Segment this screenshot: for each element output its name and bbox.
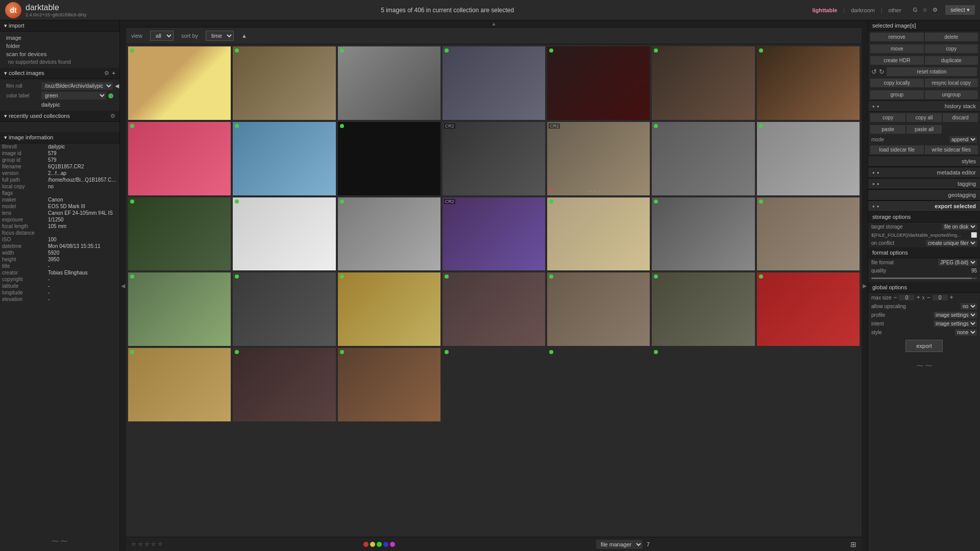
photo-cell[interactable] [338, 197, 440, 271]
color-label-blue[interactable] [383, 542, 388, 547]
film-roll-select[interactable]: /ouz/Bilder/Archiv/dailypic [41, 82, 113, 90]
delete-button[interactable]: delete [925, 33, 978, 41]
max-w-plus[interactable]: + [916, 294, 920, 301]
photo-cell[interactable] [547, 46, 650, 120]
sort-select[interactable]: time [206, 31, 234, 41]
photo-cell[interactable] [443, 348, 545, 421]
intent-select[interactable]: image settings [934, 320, 977, 327]
film-roll-nav-left[interactable]: ◀ [115, 83, 119, 89]
view-select[interactable]: all [150, 31, 174, 41]
photo-cell[interactable] [233, 46, 335, 120]
photo-cell[interactable] [128, 46, 231, 120]
max-height-input[interactable] [933, 295, 948, 300]
photo-cell[interactable] [443, 272, 545, 346]
metadata-header[interactable]: ● ● metadata editor [868, 167, 980, 178]
photo-cell[interactable] [233, 197, 335, 271]
file-folder-icon[interactable]: ⬜ [971, 232, 977, 238]
photo-cell[interactable] [128, 122, 231, 195]
global-options-header[interactable]: global options [868, 282, 980, 293]
collect-header[interactable]: ▾ collect images ⚙ + [0, 68, 119, 79]
write-sidecar-button[interactable]: write sidecar files [925, 145, 978, 154]
photo-cell[interactable] [233, 122, 335, 195]
reset-rotation-button[interactable]: reset rotation [887, 67, 977, 76]
view-mode-select[interactable]: file manager [596, 540, 643, 549]
recent-gear-icon[interactable]: ⚙ [110, 113, 115, 119]
photo-cell[interactable] [652, 272, 754, 346]
scan-devices[interactable]: scan for devices [4, 50, 115, 58]
upscaling-select[interactable]: no [961, 303, 977, 310]
max-h-plus[interactable]: + [950, 294, 953, 301]
photo-cell[interactable] [128, 348, 231, 421]
styles-header[interactable]: styles [868, 156, 980, 167]
gear-icon[interactable]: ⚙ [933, 7, 938, 13]
star-rating[interactable]: ☆ ☆ ☆ ☆ ☆ [131, 541, 163, 547]
file-format-select[interactable]: JPEG (8-bit) [938, 259, 977, 266]
photo-cell[interactable] [233, 272, 335, 346]
color-label-green[interactable] [377, 542, 382, 547]
rotate-left-icon[interactable]: ↺ [871, 68, 877, 76]
photo-cell[interactable] [757, 46, 860, 120]
photo-cell[interactable] [652, 122, 754, 195]
ungroup-button[interactable]: ungroup [925, 90, 978, 99]
color-label-red[interactable] [363, 542, 369, 547]
storage-options-header[interactable]: storage options [868, 212, 980, 222]
format-options-header[interactable]: format options [868, 247, 980, 258]
tab-lighttable[interactable]: lighttable [808, 6, 841, 15]
load-sidecar-button[interactable]: load sidecar file [870, 145, 924, 154]
on-conflict-select[interactable]: create unique filename [926, 240, 977, 246]
photo-cell[interactable]: CR2 [443, 197, 545, 271]
tab-other[interactable]: other [885, 6, 905, 15]
import-header[interactable]: ▾ import [0, 20, 119, 32]
remove-button[interactable]: remove [870, 33, 924, 41]
photo-cell[interactable] [547, 348, 650, 421]
copy-button[interactable]: copy [925, 44, 978, 53]
google-icon[interactable]: G [913, 7, 918, 13]
photo-cell[interactable] [652, 348, 754, 421]
resync-button[interactable]: resync local copy [925, 79, 978, 87]
star-icon[interactable]: ☆ [922, 7, 927, 13]
history-discard-button[interactable]: discard [943, 113, 978, 122]
photo-cell[interactable]: CR2 [443, 122, 545, 195]
max-w-minus[interactable]: − [893, 294, 897, 301]
duplicate-button[interactable]: duplicate [925, 56, 978, 65]
create-hdr-button[interactable]: create HDR [870, 56, 924, 65]
photo-cell[interactable] [547, 272, 650, 346]
history-paste-all-button[interactable]: paste all [906, 125, 942, 134]
photo-cell[interactable] [757, 122, 860, 195]
tagging-header[interactable]: ● ● tagging [868, 178, 980, 189]
photo-cell[interactable] [652, 46, 754, 120]
max-h-minus[interactable]: − [926, 294, 930, 301]
move-button[interactable]: move [870, 44, 924, 53]
photo-cell[interactable]: CR2★★☆☆☆✕ [547, 122, 650, 195]
max-width-input[interactable] [899, 295, 914, 300]
history-paste-button[interactable]: paste [870, 125, 905, 134]
history-copy-button[interactable]: copy [870, 113, 905, 122]
rotate-right-icon[interactable]: ↻ [879, 68, 885, 76]
mode-select[interactable]: append [949, 136, 977, 143]
photo-cell[interactable] [757, 197, 860, 271]
collect-expand-icon[interactable]: + [112, 70, 115, 77]
import-image[interactable]: image [4, 34, 115, 42]
photo-cell[interactable] [547, 197, 650, 271]
photo-cell[interactable] [338, 348, 440, 421]
copy-locally-button[interactable]: copy locally [870, 79, 924, 87]
style-select[interactable]: none [955, 329, 977, 336]
select-button[interactable]: select ▾ [945, 5, 975, 15]
image-info-header[interactable]: ▾ image information [0, 132, 119, 143]
target-storage-select[interactable]: file on disk [942, 223, 977, 230]
history-header[interactable]: ● ● history stack [868, 101, 980, 112]
top-panel-toggle[interactable]: ▲ [126, 20, 862, 28]
history-copy-all-button[interactable]: copy all [906, 113, 942, 122]
color-label-yellow[interactable] [370, 542, 375, 547]
color-label-select[interactable]: green [41, 92, 106, 99]
group-button[interactable]: group [870, 90, 924, 99]
profile-select[interactable]: image settings [934, 312, 977, 318]
photo-cell[interactable] [338, 46, 440, 120]
tab-darkroom[interactable]: darkroom [847, 6, 878, 15]
collect-gear-icon[interactable]: ⚙ [104, 70, 109, 77]
photo-cell[interactable] [128, 197, 231, 271]
photo-cell[interactable] [652, 197, 754, 271]
photo-cell[interactable] [128, 272, 231, 346]
sort-direction[interactable]: ▲ [241, 33, 247, 39]
zoom-icon[interactable]: ⊞ [850, 540, 856, 548]
